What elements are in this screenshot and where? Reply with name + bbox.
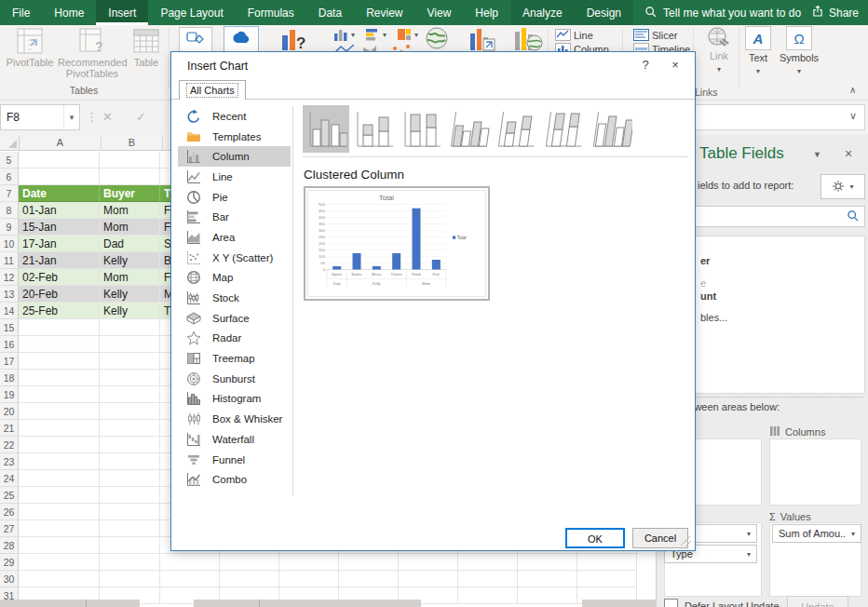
tab-data[interactable]: Data <box>306 0 354 25</box>
cell[interactable] <box>160 571 220 587</box>
cell[interactable] <box>220 554 279 571</box>
table-data-cell[interactable]: 02-Feb <box>19 269 100 286</box>
chart-type-map[interactable]: Map <box>178 268 291 289</box>
chart-type-treemap[interactable]: Treemap <box>178 348 291 369</box>
column-header-b[interactable]: B <box>102 135 163 151</box>
pivotchart-button[interactable] <box>468 26 499 52</box>
table-data-cell[interactable]: 21-Jan <box>19 252 100 269</box>
row-header-19[interactable]: 19 <box>0 386 19 403</box>
cancel-button[interactable]: Cancel <box>632 528 688 548</box>
chart-type-stock[interactable]: Stock <box>178 288 291 308</box>
collapse-ribbon-icon[interactable]: ∧ <box>849 85 856 95</box>
cancel-entry-icon[interactable]: ✕ <box>102 104 113 128</box>
subtype-3d-clustered-column[interactable] <box>445 105 492 153</box>
tell-me-box[interactable]: Tell me what you want to do <box>644 0 801 25</box>
table-data-cell[interactable]: Mom <box>100 202 160 219</box>
row-header-29[interactable]: 29 <box>0 554 19 571</box>
table-data-cell[interactable]: Dad <box>100 236 160 252</box>
row-header-7[interactable]: 7 <box>0 185 19 202</box>
chart-type-funnel[interactable]: Funnel <box>178 450 291 470</box>
cell[interactable] <box>100 571 160 587</box>
cell[interactable] <box>100 470 160 487</box>
field-list-item[interactable]: bles... <box>700 312 727 323</box>
cell[interactable] <box>339 554 399 571</box>
tab-all-charts[interactable]: All Charts <box>179 80 246 100</box>
cell[interactable] <box>458 587 518 604</box>
shapes-button[interactable] <box>179 27 212 52</box>
table-data-cell[interactable]: Kelly <box>100 303 160 319</box>
name-box[interactable]: F8 ▾ <box>0 104 80 130</box>
cell[interactable] <box>19 386 100 403</box>
select-all-corner[interactable] <box>0 135 20 151</box>
row-header-27[interactable]: 27 <box>0 520 19 537</box>
confirm-entry-icon[interactable]: ✓ <box>136 104 146 128</box>
cell[interactable] <box>19 554 100 571</box>
row-header-17[interactable]: 17 <box>0 353 19 370</box>
recommended-charts-button[interactable]: ? <box>278 26 310 52</box>
chart-type-radar[interactable]: Radar <box>178 329 291 349</box>
link-button[interactable]: Link ▾ <box>699 26 739 75</box>
cell[interactable] <box>19 169 100 185</box>
tab-file[interactable]: File <box>0 0 42 25</box>
chart-type-templates[interactable]: Templates <box>178 127 291 147</box>
row-header-21[interactable]: 21 <box>0 420 19 437</box>
cell[interactable] <box>279 571 339 587</box>
subtype-3d-column[interactable] <box>588 105 634 153</box>
tab-formulas[interactable]: Formulas <box>236 0 306 25</box>
cell[interactable] <box>19 319 100 336</box>
pane-tools-button[interactable]: ▾ <box>821 174 865 199</box>
table-data-cell[interactable]: Mom <box>100 219 160 236</box>
name-box-dropdown-icon[interactable]: ▾ <box>63 105 79 129</box>
cell[interactable] <box>458 554 518 571</box>
dialog-help-icon[interactable]: ? <box>633 58 658 74</box>
chart-type-x-y-scatter[interactable]: X Y (Scatter) <box>178 248 291 268</box>
cell[interactable] <box>19 437 100 453</box>
table-data-cell[interactable]: 15-Jan <box>19 219 100 236</box>
subtype-clustered-column[interactable] <box>303 105 349 153</box>
cell[interactable] <box>100 420 160 437</box>
column-header-a[interactable]: A <box>20 135 102 151</box>
tab-review[interactable]: Review <box>354 0 414 25</box>
chart-preview-frame[interactable]: Total050100150200250300350400450500Sport… <box>304 186 490 301</box>
cell[interactable] <box>100 169 160 185</box>
row-header-14[interactable]: 14 <box>0 303 19 319</box>
field-list-item[interactable]: e <box>700 277 706 289</box>
table-header-cell[interactable]: Buyer <box>100 185 160 202</box>
cell[interactable] <box>19 420 100 437</box>
cell[interactable] <box>19 571 100 587</box>
cell[interactable] <box>160 554 220 571</box>
row-header-11[interactable]: 11 <box>0 252 19 269</box>
cell[interactable] <box>100 520 160 537</box>
chart-type-surface[interactable]: Surface <box>178 308 291 329</box>
tab-help[interactable]: Help <box>463 0 510 25</box>
row-header-12[interactable]: 12 <box>0 269 19 286</box>
values-field-chip[interactable]: Sum of Amou...▾ <box>772 524 861 543</box>
cell[interactable] <box>100 386 160 403</box>
dialog-resize-grip[interactable] <box>681 536 691 546</box>
columns-dropzone[interactable] <box>769 438 861 506</box>
chart-type-box-whisker[interactable]: Box & Whisker <box>178 409 291 429</box>
cell[interactable] <box>100 152 160 169</box>
column-sparkline-button[interactable]: Column <box>555 43 620 51</box>
tab-view[interactable]: View <box>415 0 464 25</box>
subtype-3d-100-percent-stacked-column[interactable] <box>540 105 587 153</box>
chart-type-line[interactable]: Line <box>178 167 291 187</box>
table-data-cell[interactable]: 20-Feb <box>19 286 100 303</box>
pane-close-icon[interactable]: × <box>845 146 852 161</box>
expand-formula-bar-icon[interactable]: ∨ <box>849 110 857 122</box>
cell[interactable] <box>19 336 100 353</box>
row-header-10[interactable]: 10 <box>0 236 19 252</box>
cell[interactable] <box>518 554 577 571</box>
row-header-6[interactable]: 6 <box>0 169 19 185</box>
row-header-22[interactable]: 22 <box>0 437 19 453</box>
pane-options-dropdown-icon[interactable]: ▼ <box>813 150 821 159</box>
cell[interactable] <box>100 336 160 353</box>
chart-type-bar[interactable]: Bar <box>178 207 291 227</box>
row-header-8[interactable]: 8 <box>0 202 19 219</box>
horizontal-scrollbar-right[interactable] <box>582 600 656 607</box>
tab-insert[interactable]: Insert <box>96 0 148 25</box>
chart-type-pie[interactable]: Pie <box>178 187 291 208</box>
tab-analyze[interactable]: Analyze <box>510 0 575 25</box>
cell[interactable] <box>279 554 339 571</box>
cell[interactable] <box>19 353 100 370</box>
